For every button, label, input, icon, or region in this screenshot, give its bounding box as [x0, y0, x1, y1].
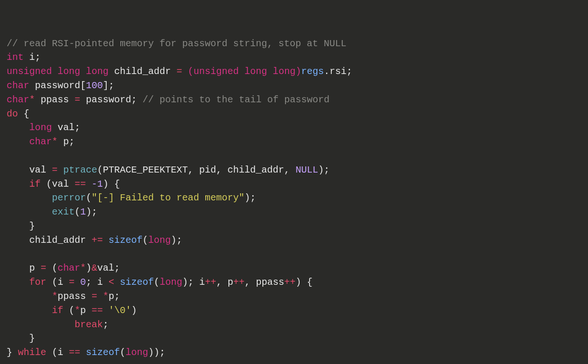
code-text: val: [7, 165, 52, 175]
code-type: int: [7, 52, 24, 63]
code-op: =: [75, 94, 86, 105]
code-ident: sizeof: [109, 235, 143, 246]
code-number: 0: [80, 277, 86, 288]
code-func: exit: [7, 207, 75, 217]
code-type: unsigned long long: [7, 66, 109, 77]
code-text: p: [7, 263, 41, 273]
code-text: (: [52, 263, 58, 273]
code-ident: regs: [301, 66, 324, 77]
code-block: // read RSI-pointed memory for password …: [7, 37, 581, 364]
code-type: long: [126, 347, 148, 358]
code-comment: // points to the tail of password: [143, 94, 329, 105]
code-op: ==: [75, 179, 92, 190]
code-keyword: while: [18, 347, 46, 358]
code-text: }: [7, 221, 35, 232]
code-text: (i: [46, 347, 69, 358]
code-op: *: [29, 94, 35, 105]
code-ident: sizeof: [120, 277, 154, 288]
code-text: );: [86, 207, 97, 217]
code-op: +=: [92, 235, 109, 246]
code-text: ); i: [182, 277, 205, 288]
code-number: 100: [86, 80, 103, 91]
code-op: =: [92, 291, 103, 302]
code-const: NULL: [295, 165, 318, 175]
code-type: char: [7, 136, 52, 147]
code-text: p: [80, 305, 92, 316]
code-text: ): [131, 305, 137, 316]
code-string: '\0': [109, 305, 131, 316]
code-text: , ppass: [244, 277, 284, 288]
code-text: }: [7, 333, 35, 344]
code-text: i;: [24, 52, 41, 63]
code-text: (: [86, 192, 92, 203]
code-string: "[-] Failed to read memory": [92, 192, 244, 203]
code-keyword: if: [7, 305, 63, 316]
code-type: long: [148, 235, 171, 246]
code-text: [7, 291, 52, 302]
code-text: child_addr: [7, 235, 92, 246]
code-text: ): [86, 263, 92, 273]
code-text: password[: [29, 80, 86, 91]
code-text: (: [154, 277, 160, 288]
code-op: *: [52, 136, 58, 147]
code-op: =: [69, 277, 80, 288]
code-text: (i: [46, 277, 69, 288]
code-text: , p: [216, 277, 233, 288]
code-text: );: [171, 235, 182, 246]
code-op: ++: [233, 277, 244, 288]
code-text: ) {: [103, 179, 120, 190]
code-text: ) {: [295, 277, 312, 288]
code-keyword: for: [7, 277, 46, 288]
code-type: long: [7, 122, 52, 133]
code-op: *: [75, 305, 80, 316]
code-op: ++: [284, 277, 295, 288]
code-keyword: break: [7, 319, 103, 330]
code-text: child_addr: [109, 66, 176, 77]
code-op: ==: [69, 347, 86, 358]
code-text: ;: [103, 319, 109, 330]
code-ident: sizeof: [86, 347, 120, 358]
code-op: =: [52, 165, 63, 175]
code-op: =: [176, 66, 188, 77]
code-keyword: if: [7, 179, 41, 190]
code-type: char: [7, 80, 29, 91]
code-op: <: [109, 277, 120, 288]
code-text: (val: [41, 179, 75, 190]
code-text: val;: [97, 263, 120, 273]
code-op: &: [92, 263, 97, 273]
code-func: ptrace: [63, 165, 97, 175]
code-type: char: [7, 94, 29, 105]
code-text: ));: [148, 347, 165, 358]
code-text: {: [18, 108, 29, 119]
code-text: ; i: [86, 277, 109, 288]
code-op: *: [103, 291, 109, 302]
code-type: char: [58, 263, 80, 273]
code-text: ppass: [35, 94, 75, 105]
code-text: p;: [58, 136, 75, 147]
code-op: ==: [92, 305, 109, 316]
code-comment: // read RSI-pointed memory for password …: [7, 38, 346, 49]
code-text: val;: [52, 122, 80, 133]
code-text: );: [244, 192, 256, 203]
code-text: (: [143, 235, 148, 246]
code-text: password;: [86, 94, 143, 105]
code-op: *: [52, 291, 58, 302]
code-text: p;: [109, 291, 120, 302]
code-keyword: do: [7, 108, 18, 119]
code-op: =: [41, 263, 52, 273]
code-text: (: [63, 305, 75, 316]
code-text: (: [120, 347, 126, 358]
code-text: );: [318, 165, 329, 175]
code-op: ++: [205, 277, 216, 288]
code-number: -1: [92, 179, 103, 190]
code-text: .rsi;: [324, 66, 352, 77]
code-type: long: [160, 277, 182, 288]
code-text: ];: [103, 80, 114, 91]
code-text: (: [75, 207, 80, 217]
code-text: }: [7, 347, 18, 358]
code-func: perror: [7, 192, 86, 203]
code-text: ppass: [58, 291, 92, 302]
code-text: (PTRACE_PEEKTEXT, pid, child_addr,: [97, 165, 295, 175]
code-op: *: [80, 263, 86, 273]
code-number: 1: [80, 207, 86, 217]
